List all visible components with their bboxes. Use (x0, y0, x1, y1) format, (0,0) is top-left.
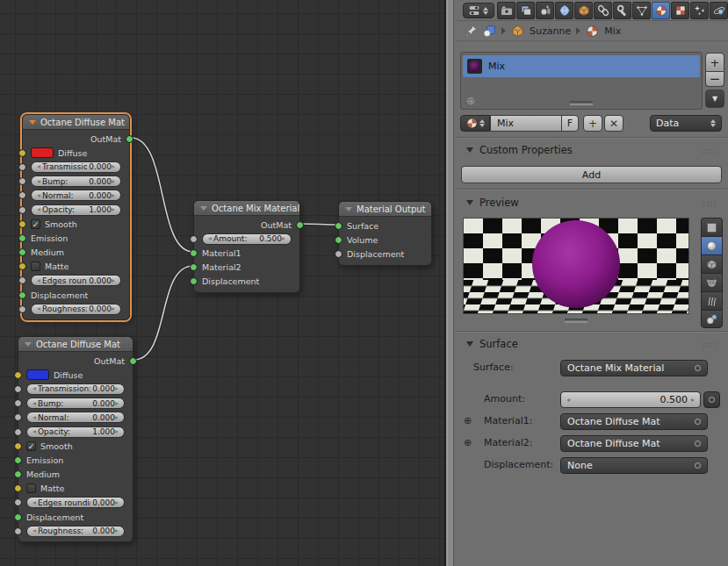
expand-plus-icon[interactable]: ⊕ (464, 437, 472, 449)
preview-cube-button[interactable] (701, 254, 723, 273)
tab-object-data[interactable] (632, 2, 651, 19)
breadcrumb-object[interactable]: Suzanne (530, 25, 571, 37)
medium-input-socket[interactable] (14, 470, 22, 478)
displacement-dropdown[interactable]: None (560, 457, 708, 474)
decrement-arrow-icon[interactable]: ◂ (32, 385, 36, 392)
expand-plus-icon[interactable]: ⊕ (464, 415, 472, 427)
increment-arrow-icon[interactable]: ▸ (115, 499, 119, 506)
area-divider[interactable] (444, 0, 456, 566)
matte-checkbox[interactable] (31, 262, 40, 271)
material2-input-socket[interactable] (190, 263, 198, 271)
increment-arrow-icon[interactable]: ▸ (115, 385, 119, 392)
volume-input-socket[interactable] (335, 236, 342, 244)
emission-input-socket[interactable] (18, 234, 26, 242)
tab-particles[interactable] (690, 2, 709, 19)
collapse-triangle-icon[interactable] (25, 342, 32, 347)
tab-scene[interactable] (536, 2, 554, 19)
amount-slider[interactable]: ◂ Amount: 0.500 ▸ (202, 233, 292, 245)
outmat-output-socket[interactable] (126, 135, 133, 143)
data-source-dropdown[interactable]: Data (650, 115, 722, 132)
preview-hair-button[interactable] (701, 291, 723, 310)
smooth-input-socket[interactable] (18, 220, 26, 228)
collapse-triangle-icon[interactable] (345, 207, 352, 211)
tab-physics[interactable] (710, 2, 728, 19)
pin-icon[interactable] (465, 25, 478, 38)
node-octane-diffuse-mat-2[interactable]: Octane Diffuse Mat OutMat Diffuse ◂ Tran… (18, 336, 133, 542)
increment-arrow-icon[interactable]: ▸ (115, 414, 119, 421)
preview-sphere-button[interactable] (701, 236, 723, 254)
tab-render-layers[interactable] (516, 2, 535, 19)
node-octane-diffuse-mat-1[interactable]: Octane Diffuse Mat OutMat Diffuse ◂ Tran… (22, 114, 130, 320)
decrement-arrow-icon[interactable]: ◂ (37, 206, 40, 213)
diffuse-color-swatch[interactable] (26, 369, 49, 380)
tab-render[interactable] (497, 2, 515, 19)
outmat-output-socket[interactable] (296, 221, 304, 229)
node-header[interactable]: Octane Diffuse Mat (18, 337, 133, 352)
normal-slider[interactable]: ◂ Normal: 0.000 ▸ (31, 190, 121, 201)
opacity-input-socket[interactable] (18, 206, 26, 214)
expand-triangle-icon[interactable] (466, 200, 473, 205)
outmat-output-socket[interactable] (129, 357, 137, 365)
panel-grip-icon[interactable]: :::: (703, 342, 717, 347)
decrement-arrow-icon[interactable]: ◂ (208, 235, 212, 242)
list-add-icon[interactable]: ⊕ (466, 96, 475, 106)
increment-arrow-icon[interactable]: ▸ (112, 277, 115, 284)
transmission-input-socket[interactable] (18, 163, 26, 171)
preview-flat-button[interactable] (701, 218, 723, 236)
material-name-field[interactable]: Mix (490, 115, 562, 132)
surface-input-socket[interactable] (335, 222, 342, 230)
decrement-arrow-icon[interactable]: ◂ (37, 277, 40, 284)
tab-texture[interactable] (671, 2, 689, 19)
transmission-slider[interactable]: ◂ Transmission: 0.000 ▸ (26, 383, 125, 395)
amount-slider[interactable]: ◂ 0.500 ▸ (560, 391, 701, 408)
roughness-slider[interactable]: ◂ Roughness: 0.000 ▸ (26, 526, 125, 537)
preview-header[interactable]: Preview :::: (456, 194, 728, 211)
diffuse-color-swatch[interactable] (31, 147, 54, 158)
displacement-input-socket[interactable] (14, 513, 22, 521)
collapse-triangle-icon[interactable] (29, 120, 36, 125)
decrement-arrow-icon[interactable]: ◂ (37, 178, 40, 185)
increment-arrow-icon[interactable]: ▸ (282, 235, 285, 242)
diffuse-input-socket[interactable] (18, 149, 26, 157)
decrement-arrow-icon[interactable]: ◂ (37, 192, 40, 199)
bump-slider[interactable]: ◂ Bump: 0.000 ▸ (31, 176, 121, 187)
opacity-slider[interactable]: ◂ Opacity: 1.000 ▸ (31, 204, 121, 216)
material-slot-list[interactable]: Mix ⊕ (460, 52, 703, 110)
decrement-arrow-icon[interactable]: ◂ (32, 527, 36, 534)
preview-sphere-sky-button[interactable] (701, 310, 723, 328)
breadcrumb-material[interactable]: Mix (604, 25, 621, 37)
bump-slider[interactable]: ◂ Bump: 0.000 ▸ (26, 398, 125, 409)
increment-arrow-icon[interactable]: ▸ (115, 527, 119, 534)
increment-arrow-icon[interactable]: ▸ (112, 305, 115, 312)
matte-checkbox[interactable] (26, 484, 36, 493)
material-slot-item[interactable]: Mix (463, 55, 700, 77)
transmission-slider[interactable]: ◂ Transmission: 0.000 ▸ (31, 161, 121, 173)
matte-input-socket[interactable] (14, 484, 22, 492)
bump-input-socket[interactable] (14, 399, 22, 407)
smooth-checkbox[interactable]: ✓ (31, 219, 40, 229)
edges-rounding-slider[interactable]: ◂ Edges roundin: 0.000 ▸ (31, 275, 121, 286)
add-slot-button[interactable]: + (705, 53, 724, 72)
medium-input-socket[interactable] (18, 248, 26, 256)
node-header[interactable]: Material Output (339, 202, 431, 217)
add-custom-property-button[interactable]: Add (461, 166, 722, 183)
edges-input-socket[interactable] (14, 498, 22, 506)
decrement-arrow-icon[interactable]: ◂ (32, 414, 36, 421)
collapse-triangle-icon[interactable] (200, 206, 207, 211)
custom-properties-header[interactable]: Custom Properties :::: (456, 141, 728, 159)
decrement-arrow-icon[interactable]: ◂ (32, 400, 36, 407)
smooth-input-socket[interactable] (14, 442, 22, 450)
normal-input-socket[interactable] (18, 191, 26, 199)
tab-object[interactable] (574, 2, 593, 19)
roughness-slider[interactable]: ◂ Roughness: 0.000 ▸ (31, 304, 121, 315)
displacement-input-socket[interactable] (190, 277, 198, 285)
slot-specials-button[interactable]: ▼ (705, 90, 724, 108)
tab-modifiers[interactable] (613, 2, 631, 19)
new-material-button[interactable]: + (583, 115, 602, 132)
panel-grip-icon[interactable]: :::: (703, 201, 717, 205)
decrement-arrow-icon[interactable]: ◂ (566, 396, 570, 404)
decrement-arrow-icon[interactable]: ◂ (37, 305, 40, 312)
increment-arrow-icon[interactable]: ▸ (112, 163, 115, 170)
browse-material-dropdown[interactable] (460, 115, 490, 132)
surface-header[interactable]: Surface :::: (456, 335, 728, 353)
